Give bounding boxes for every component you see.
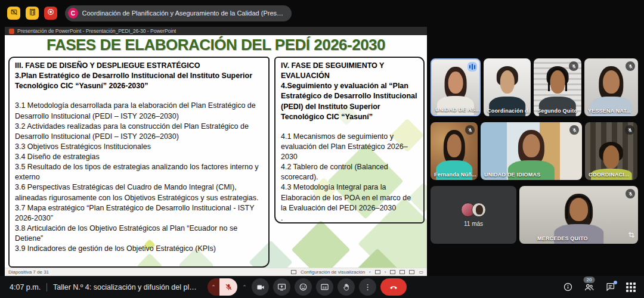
mic-button[interactable]: ⌃: [208, 278, 237, 296]
top-bar: C Coordinación de Planificación y Asegur…: [0, 0, 644, 26]
slide-thumb-icon[interactable]: [375, 270, 380, 274]
participant-name: UNIDAD DE AS...: [435, 107, 480, 113]
more-options-icon: ⋮: [364, 283, 371, 291]
people-button[interactable]: 20: [584, 282, 595, 293]
more-participants-label: 11 más: [464, 221, 483, 227]
participant-name: Fernanda Núñ...: [434, 172, 476, 178]
left-box-item: 3.2 Actividades realizadas para la const…: [15, 122, 263, 142]
right-box-item: 4.3 Metodología Integral para la Elabora…: [281, 182, 418, 213]
meeting-panels: 20: [563, 276, 636, 298]
people-icon: [584, 282, 595, 293]
left-box-item: 3.8 Articulación de los Objetivo Estraté…: [15, 224, 263, 244]
smiley-icon: [299, 283, 308, 291]
powerpoint-titlebar: Presentación de PowerPoint - Presentació…: [5, 27, 427, 35]
participant-name: MERCEDES QUITO: [537, 235, 588, 241]
more-options-button[interactable]: ⋮: [359, 278, 376, 296]
slide-title: FASES DE ELABORACIÓN DEL PEDÍ 2026-2030: [5, 36, 427, 54]
display-settings-icon: [291, 270, 296, 274]
clock: 4:07 p.m.: [10, 283, 41, 291]
display-settings-label[interactable]: Configuración de visualización: [301, 269, 365, 275]
chat-button[interactable]: [605, 282, 615, 292]
mic-off-icon: [626, 189, 635, 198]
presenter-label: Coordinación de Planificación y Aseguram…: [82, 10, 284, 17]
more-participants-tile[interactable]: 11 más: [431, 186, 516, 244]
present-button[interactable]: [273, 278, 290, 296]
right-box-item: 4.1 Mecanismos de seguimiento y evaluaci…: [281, 132, 418, 162]
end-call-button[interactable]: [380, 278, 407, 296]
participant-tile[interactable]: YESSEÑA NAT...: [584, 58, 638, 116]
camera-icon: [256, 283, 265, 291]
mic-options-chevron-icon[interactable]: ⌃: [208, 278, 219, 296]
presenter-avatar: C: [68, 8, 78, 18]
info-icon: [563, 282, 573, 292]
right-box-item: .: [281, 213, 418, 224]
captions-icon: [320, 283, 329, 291]
reading-view-icon[interactable]: [409, 270, 414, 274]
slide: FASES DE ELABORACIÓN DEL PEDÍ 2026-2030 …: [5, 35, 427, 268]
crop-icon[interactable]: [628, 230, 635, 241]
mic-off-icon: [625, 125, 634, 135]
record-icon: [47, 8, 55, 18]
camera-button[interactable]: [252, 278, 269, 296]
right-box-heading: IV. FASE DE SEGUIMIENTO Y EVALUACIÓN: [281, 61, 418, 81]
presentation-paused-button[interactable]: [7, 7, 20, 20]
powerpoint-window-title: Presentación de PowerPoint - Presentació…: [17, 28, 176, 34]
captions-button[interactable]: [316, 278, 333, 296]
left-box-item: 3.4 Diseño de estrategias: [15, 152, 263, 162]
participant-count-badge: 20: [584, 277, 595, 283]
participant-tile[interactable]: UNIDAD DE AS...: [431, 58, 481, 116]
raise-hand-button[interactable]: [338, 278, 355, 296]
slide-left-box: III. FASE DE DISEÑO Y DESPLIEGUE ESTRATÉ…: [8, 57, 270, 268]
participant-tile[interactable]: UNIDAD DE IDIOMAS: [481, 122, 582, 180]
raised-hand-icon: [342, 283, 351, 291]
mic-off-icon: [569, 125, 579, 135]
participant-name: UNIDAD DE IDIOMAS: [484, 172, 540, 178]
meeting-details-button[interactable]: [563, 282, 573, 292]
camera-options-chevron-icon[interactable]: ⌃: [242, 284, 247, 290]
left-box-item: 3.5 Resultado de los tipos de estrategia…: [15, 162, 263, 182]
participant-avatars: [461, 203, 486, 217]
participant-name: Coordinación d...: [487, 108, 531, 114]
bottom-bar: 4:07 p.m. Taller N.º 4: socialización y …: [0, 276, 644, 298]
grid-view-icon[interactable]: [400, 270, 405, 274]
apps-grid-icon: [626, 283, 636, 292]
speaking-indicator-icon: [467, 62, 477, 72]
normal-view-icon[interactable]: [390, 270, 395, 274]
activities-button[interactable]: [626, 283, 636, 292]
end-call-icon: [389, 283, 398, 292]
reactions-button[interactable]: [295, 278, 312, 296]
next-slide-button[interactable]: ›: [385, 270, 386, 275]
left-box-item: 3.3 Objetivos Estratégicos Institucional…: [15, 142, 263, 152]
mic-muted-icon[interactable]: [219, 278, 237, 296]
recording-button[interactable]: [44, 7, 57, 20]
meeting-title: Taller N.º 4: socialización y difusión d…: [53, 283, 197, 291]
present-screen-icon: [277, 283, 286, 291]
exit-door-button[interactable]: [26, 7, 39, 20]
meet-window: C Coordinación de Planificación y Asegur…: [0, 0, 644, 298]
participant-name: Segundo Quito: [537, 108, 577, 114]
door-icon: [29, 8, 36, 18]
left-box-item: 3.9 Indicadores de gestión de los Objeti…: [15, 244, 263, 254]
participant-tile[interactable]: Coordinación d...: [484, 58, 531, 116]
shared-screen: Presentación de PowerPoint - Presentació…: [5, 27, 427, 276]
participant-name: COORDINACI...: [589, 172, 629, 178]
presenter-pill[interactable]: C Coordinación de Planificación y Asegur…: [65, 5, 292, 21]
participant-tile[interactable]: MERCEDES QUITO: [519, 186, 638, 244]
participant-tile[interactable]: Fernanda Núñ...: [431, 122, 478, 180]
slide-right-box: IV. FASE DE SEGUIMIENTO Y EVALUACIÓN 4.S…: [274, 57, 425, 224]
left-box-subheading: 3.Plan Estratégico de Desarrollo Institu…: [15, 71, 263, 91]
left-box-item: 3.6 Perspectivas Estratégicas del Cuadro…: [15, 182, 263, 203]
participant-name: YESSEÑA NAT...: [588, 108, 631, 114]
participant-grid: UNIDAD DE AS... Coordinación d... Segund…: [431, 58, 638, 250]
participant-tile[interactable]: COORDINACI...: [585, 122, 637, 180]
right-box-subheading: 4.Seguimiento y evaluación al “Plan Estr…: [281, 81, 418, 122]
left-box-item: 3.7 Mapa estratégico “Plan Estratégico d…: [15, 203, 263, 224]
presentation-slash-icon: [10, 8, 18, 18]
right-box-item: 4.2 Tablero de control (Balanced scoreca…: [281, 162, 418, 182]
comments-icon[interactable]: ▭: [419, 270, 423, 275]
call-controls: ⌃ ⌃ ⋮: [208, 278, 407, 296]
participant-tile[interactable]: Segundo Quito: [534, 58, 581, 116]
prev-slide-button[interactable]: ‹: [369, 270, 371, 275]
mic-off-icon: [626, 61, 635, 71]
slide-counter: Diapositiva 7 de 31: [8, 269, 49, 275]
